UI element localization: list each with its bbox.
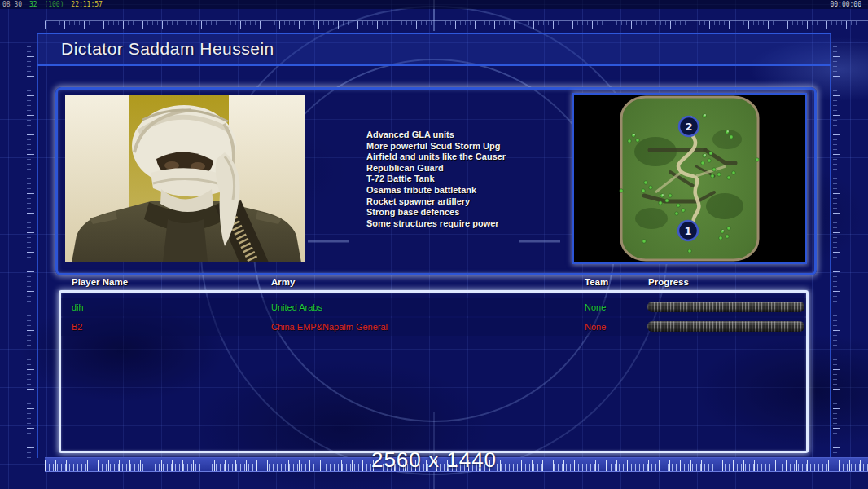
- debug-segment: (100): [44, 1, 64, 8]
- column-header-player-name: Player Name: [72, 277, 128, 287]
- frame-left-line: [37, 33, 38, 458]
- loading-screen: Dictator Saddam Heussein: [0, 0, 868, 489]
- debug-segment: 32: [29, 1, 37, 8]
- feature-item: Republican Guard: [366, 163, 506, 174]
- right-ruler-ticks: [833, 37, 840, 458]
- player-army: China EMP&Napalm General: [271, 318, 388, 336]
- feature-item: Strong base defences: [366, 207, 506, 218]
- progress-bar: [647, 302, 804, 312]
- map-preview-panel: 2 1: [572, 93, 807, 264]
- debug-readout: 08 30 32 (100) 22:11:57: [2, 0, 106, 9]
- feature-item: Airfield and units like the Causer: [366, 152, 506, 163]
- feature-item: Advanced GLA units: [366, 130, 506, 141]
- column-header-team: Team: [585, 277, 608, 287]
- status-bar: 08 30 32 (100) 22:11:57 00:00:00: [0, 0, 868, 9]
- map-preview: 2 1: [574, 95, 805, 262]
- top-ruler-ticks: [45, 20, 868, 29]
- feature-list: Advanced GLA units More powerful Scud St…: [366, 130, 506, 229]
- feature-item: Rocket spawner artillery: [366, 196, 506, 208]
- player-list-panel: dih United Arabs None B2 China EMP&Napal…: [59, 290, 809, 453]
- page-title: Dictator Saddam Heussein: [61, 39, 274, 59]
- start-position-marker: 1: [678, 221, 698, 240]
- briefing-panel: Advanced GLA units More powerful Scud St…: [55, 87, 817, 275]
- column-header-army: Army: [271, 277, 295, 287]
- debug-segment: 08 30: [2, 1, 22, 8]
- progress-bar: [647, 321, 804, 332]
- player-row: dih United Arabs None: [61, 298, 806, 316]
- elapsed-timer: 00:00:00: [830, 0, 861, 9]
- start-position-2-label: 2: [685, 121, 692, 133]
- feature-item: More powerful Scud Storm Upg: [366, 141, 506, 152]
- feature-item: T-72 Battle Tank: [366, 174, 506, 185]
- player-name: B2: [72, 318, 82, 336]
- player-row: B2 China EMP&Napalm General None: [61, 318, 806, 336]
- general-portrait: [65, 95, 305, 262]
- column-header-progress: Progress: [648, 277, 689, 287]
- debug-segment: 22:11:57: [71, 1, 103, 8]
- frame-right-line: [830, 33, 831, 458]
- resolution-label: 2560 x 1440: [0, 447, 868, 473]
- portrait-image: [65, 95, 305, 262]
- player-army: United Arabs: [271, 298, 322, 316]
- left-ruler-ticks: [27, 37, 34, 458]
- start-position-1-label: 1: [684, 225, 691, 237]
- start-position-marker: 2: [679, 117, 699, 136]
- player-name: dih: [72, 298, 84, 316]
- player-team: None: [585, 318, 606, 336]
- feature-item: Osamas tribute battletank: [366, 185, 506, 196]
- player-team: None: [585, 298, 606, 316]
- feature-item: Some structures require power: [366, 218, 506, 230]
